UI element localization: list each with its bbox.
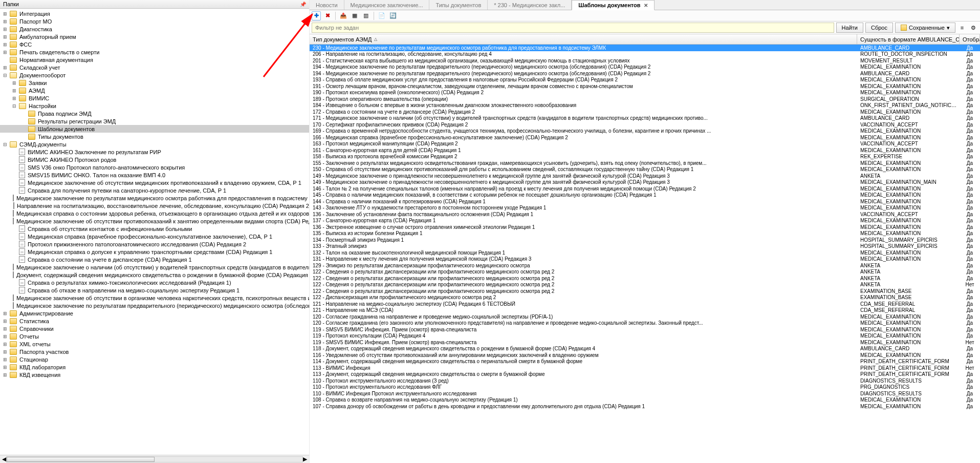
expander-icon[interactable]: ⊟ bbox=[2, 142, 8, 147]
table-row[interactable]: 120 - Согласие гражданина на направление… bbox=[310, 313, 980, 320]
find-button[interactable]: Найти bbox=[836, 23, 863, 33]
expander-icon[interactable]: ⊟ bbox=[11, 103, 17, 109]
tree-item[interactable]: ⊞Печать свидетельств о смерти bbox=[0, 48, 309, 56]
config-icon[interactable]: ⚙ bbox=[969, 23, 978, 32]
table-row[interactable]: 113 - ВИМИС ИнфекцияPRINT_DEATH_CERTIFIC… bbox=[310, 365, 980, 371]
tree-item[interactable]: Справка об отказе в направлении на медик… bbox=[0, 286, 309, 294]
expander-icon[interactable]: ⊞ bbox=[2, 27, 8, 32]
table-row[interactable]: 189 - Протокол оперативного вмешательств… bbox=[310, 96, 980, 102]
expander-icon[interactable]: ⊞ bbox=[2, 365, 8, 370]
expander-icon[interactable]: ⊞ bbox=[2, 349, 8, 354]
delete-button[interactable]: ✖ bbox=[323, 11, 332, 20]
expander-icon[interactable]: ⊞ bbox=[2, 34, 8, 39]
table-row[interactable]: 170 - Сертификат профилактических привив… bbox=[310, 121, 980, 128]
table-row[interactable]: 122 - Сведения о результатах диспансериз… bbox=[310, 282, 980, 288]
tree-item[interactable]: ⊞Администрирование bbox=[0, 309, 309, 317]
tree-item[interactable]: Справка для получения путевки на санатор… bbox=[0, 186, 309, 194]
expander-icon[interactable]: ⊞ bbox=[2, 19, 8, 24]
column-header-display[interactable]: Отобра... bbox=[960, 34, 980, 44]
tree-item[interactable]: Медицинская справка о допуске к управлен… bbox=[0, 248, 309, 256]
table-row[interactable]: 230 - Медицинское заключение по результа… bbox=[310, 45, 980, 51]
table-row[interactable]: 110 - ВИМИС Инфекция Протокол инструмент… bbox=[310, 390, 980, 397]
tree-item[interactable]: ⊞Интеграция bbox=[0, 10, 309, 17]
table-row[interactable]: 110 - Протокол инструментального исследо… bbox=[310, 377, 980, 384]
tree-item[interactable]: Справка о результатах химико-токсикологи… bbox=[0, 279, 309, 286]
expander-icon[interactable]: ⊞ bbox=[2, 65, 8, 70]
tree-item[interactable]: ВИМИС АКИНЕО Протокол родов bbox=[0, 156, 309, 163]
scroll-thumb[interactable] bbox=[7, 457, 155, 462]
table-row[interactable]: 172 - Справка о состоянии на учете в дис… bbox=[310, 109, 980, 115]
tree-item[interactable]: Медицинская справка о состоянии здоровья… bbox=[0, 209, 309, 217]
tree-item[interactable]: Типы документов bbox=[0, 133, 309, 140]
table-row[interactable]: 193 - Справка об оплате медицинских услу… bbox=[310, 77, 980, 83]
expander-icon[interactable]: ⊞ bbox=[2, 50, 8, 55]
table-row[interactable]: 150 - Справка об отсутствии медицинских … bbox=[310, 166, 980, 173]
h-scrollbar[interactable]: ◀ ▶ bbox=[0, 455, 309, 463]
reset-button[interactable]: Сброс bbox=[865, 23, 893, 33]
tree-item[interactable]: Медицинское заключение об отсутствии мед… bbox=[0, 179, 309, 186]
expander-icon[interactable]: ⊞ bbox=[2, 372, 8, 377]
table-row[interactable]: 163 - Протокол медицинской манипуляции (… bbox=[310, 141, 980, 148]
table-row[interactable]: 119 - SMSV5 ВИМИС Инфекция. Прием (осмот… bbox=[310, 326, 980, 333]
table-row[interactable]: 134 - Посмертный эпикриз Редакция 1HOSPI… bbox=[310, 237, 980, 243]
tree-item[interactable]: Нормативная документация bbox=[0, 56, 309, 64]
tree-item[interactable]: Документ, содержащий сведения медицинско… bbox=[0, 271, 309, 279]
tree-item[interactable]: ⊟Настройки bbox=[0, 102, 309, 110]
table-row[interactable]: 190 - Протокол консилиума врачей (онколо… bbox=[310, 90, 980, 96]
tree-item[interactable]: ⊞Отчеты bbox=[0, 332, 309, 340]
scroll-track[interactable] bbox=[6, 456, 303, 462]
table-row[interactable]: 113 - Документ, содержащий сведения меди… bbox=[310, 371, 980, 378]
grid-small-icon[interactable]: ▦ bbox=[350, 11, 359, 20]
column-header-entity[interactable]: Сущность в формате AMBULANCE_CARD_R... bbox=[857, 34, 960, 44]
saved-filters-button[interactable]: Сохраненные ▾ bbox=[895, 23, 955, 33]
table-row[interactable]: 149 - Медицинское заключение о принадлеж… bbox=[310, 173, 980, 179]
table-row[interactable]: 132 - Талон на оказание высокотехнологич… bbox=[310, 249, 980, 256]
tree-item[interactable]: Протокол прижизненного патологоанатомиче… bbox=[0, 240, 309, 248]
grid-body[interactable]: 230 - Медицинское заключение по результа… bbox=[310, 45, 980, 463]
table-row[interactable]: 119 - SMSV5 ВИМИС Инфекция. Прием (осмот… bbox=[310, 339, 980, 346]
table-row[interactable]: 161 - Санаторно-курортная карта для дете… bbox=[310, 147, 980, 154]
add-button[interactable]: ✚ bbox=[312, 11, 321, 20]
tree-item[interactable]: ⊞Диагностика bbox=[0, 25, 309, 33]
tree-item[interactable]: Права подписи ЭМД bbox=[0, 110, 309, 117]
table-row[interactable]: 171 - Медицинское заключение о наличии (… bbox=[310, 115, 980, 122]
table-row[interactable]: 184 - Извещение о больном с впервые в жи… bbox=[310, 102, 980, 109]
table-row[interactable]: 166 - Медицинская справка (врачебное про… bbox=[310, 134, 980, 141]
tree-item[interactable]: Медицинское заключение об отсутствии в о… bbox=[0, 294, 309, 302]
folders-tree[interactable]: ⊞Интеграция⊞Паспорт МО⊞Диагностика⊞Амбул… bbox=[0, 9, 309, 455]
tree-item[interactable]: Результаты регистрации ЭМД bbox=[0, 117, 309, 125]
table-row[interactable]: 122 - Сведения о результатах диспансериз… bbox=[310, 269, 980, 276]
table-row[interactable]: 135 - Выписка из истории болезни Редакци… bbox=[310, 230, 980, 237]
table-row[interactable]: 201 - Статистическая карта выбывшего из … bbox=[310, 57, 980, 64]
menu-icon[interactable]: ≡ bbox=[957, 23, 967, 32]
tree-item[interactable]: SMS V36 онко Протокол патолого-анатомиче… bbox=[0, 163, 309, 171]
table-row[interactable]: 169 - Справка о временной нетрудоспособн… bbox=[310, 128, 980, 135]
tree-item[interactable]: Медицинское заключение об отсутствии про… bbox=[0, 217, 309, 225]
table-row[interactable]: 129 - Эпикриз по результатам диспансериз… bbox=[310, 262, 980, 269]
tree-item[interactable]: ⊞Справочники bbox=[0, 325, 309, 332]
tree-item[interactable]: Направление на госпитализацию, восстанов… bbox=[0, 202, 309, 209]
expander-icon[interactable]: ⊞ bbox=[2, 334, 8, 339]
table-row[interactable]: 119 - Протокол консультации (CDA) Редакц… bbox=[310, 333, 980, 340]
table-row[interactable]: 107 - Справка донору об освобождении от … bbox=[310, 403, 980, 410]
tree-item[interactable]: ⊞Складской учет bbox=[0, 64, 309, 71]
tree-item[interactable]: ⊞Заявки bbox=[0, 79, 309, 87]
scroll-right-icon[interactable]: ▶ bbox=[303, 456, 307, 462]
export-icon[interactable]: 📤 bbox=[339, 11, 348, 20]
table-row[interactable]: 121 - Направление на медико-социальную э… bbox=[310, 301, 980, 307]
table-row[interactable]: 143 - Заключение ЛТУ о нуждаемости прест… bbox=[310, 205, 980, 212]
tree-item[interactable]: ⊞XML отчеты bbox=[0, 340, 309, 348]
table-row[interactable]: 122 - Сведения о результатах диспансериз… bbox=[310, 288, 980, 294]
expander-icon[interactable]: ⊞ bbox=[11, 80, 17, 86]
table-row[interactable]: 136 - Экстренное извещение о случае остр… bbox=[310, 224, 980, 230]
table-row[interactable]: 120 - Согласие гражданина (его законного… bbox=[310, 320, 980, 327]
column-header-type[interactable]: Тип документов АЭМД△ bbox=[310, 34, 857, 44]
expander-icon[interactable]: ⊞ bbox=[2, 319, 8, 324]
table-row[interactable]: 146 - Талон № 2 на получение специальных… bbox=[310, 185, 980, 192]
tree-item[interactable]: ⊟СЭМД-документы bbox=[0, 140, 309, 148]
expander-icon[interactable]: ⊟ bbox=[2, 73, 8, 78]
tree-item[interactable]: ⊞АЭМД bbox=[0, 87, 309, 94]
table-row[interactable]: 122 - Сведения о результатах диспансериз… bbox=[310, 275, 980, 282]
expander-icon[interactable]: ⊞ bbox=[2, 342, 8, 347]
close-icon[interactable]: ✕ bbox=[644, 3, 648, 8]
